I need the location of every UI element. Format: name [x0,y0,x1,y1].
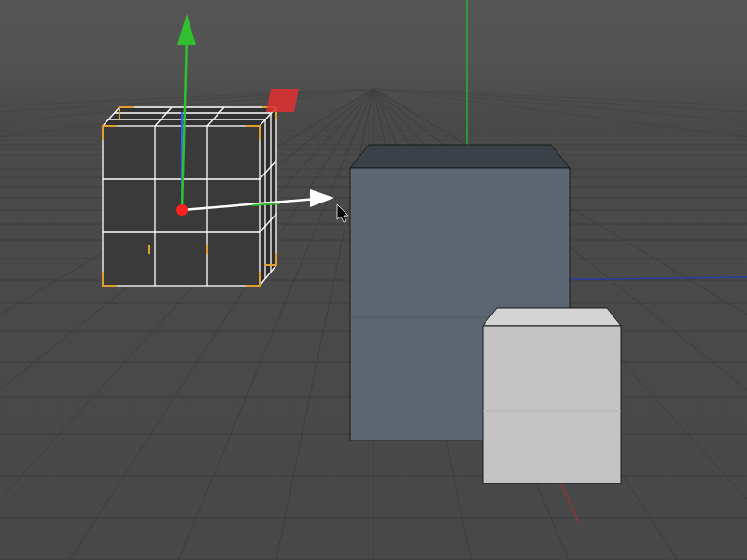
viewport-3d[interactable] [0,0,747,560]
svg-marker-84 [337,204,348,222]
cursor-icon [0,0,747,560]
